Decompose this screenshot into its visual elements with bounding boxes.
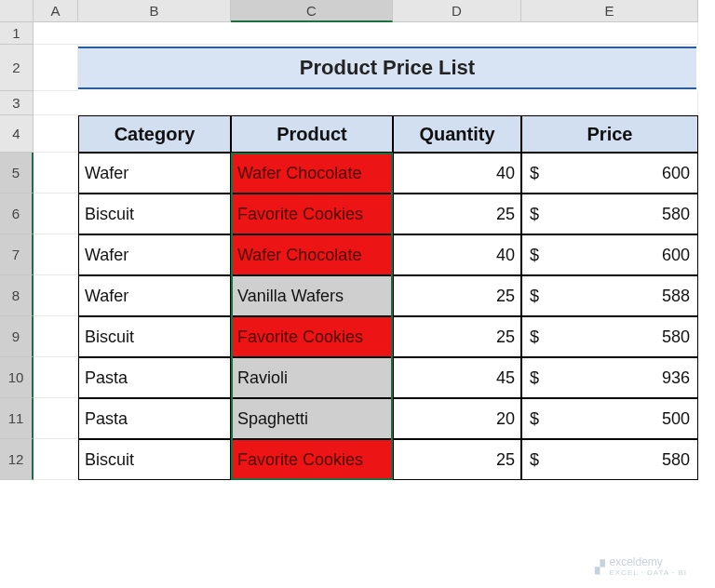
select-all-corner[interactable] xyxy=(0,0,34,22)
col-header-D[interactable]: D xyxy=(393,0,521,22)
row-header-1[interactable]: 1 xyxy=(0,22,34,45)
header-category[interactable]: Category xyxy=(78,115,231,153)
row-header-9[interactable]: 9 xyxy=(0,316,34,357)
currency-symbol: $ xyxy=(528,409,539,429)
row-header-12[interactable]: 12 xyxy=(0,439,34,480)
col-header-E[interactable]: E xyxy=(521,0,698,22)
cell-product[interactable]: Favorite Cookies xyxy=(231,439,393,480)
cell-category[interactable]: Biscuit xyxy=(78,194,231,234)
cell-category[interactable]: Pasta xyxy=(78,357,231,398)
watermark-brand: exceldemy xyxy=(609,555,662,568)
cell-quantity[interactable]: 25 xyxy=(393,439,521,480)
cell-product[interactable]: Wafer Chocolate xyxy=(231,153,393,194)
row-header-11[interactable]: 11 xyxy=(0,398,34,439)
cell[interactable] xyxy=(34,22,698,45)
cell-price[interactable]: $580 xyxy=(521,194,698,234)
row-header-2[interactable]: 2 xyxy=(0,45,34,91)
row-header-5[interactable]: 5 xyxy=(0,153,34,194)
cell-quantity[interactable]: 45 xyxy=(393,357,521,398)
spreadsheet-grid: A B C D E 1 2 Product Price List 3 4 Cat… xyxy=(0,0,715,480)
cell-product[interactable]: Ravioli xyxy=(231,357,393,398)
cell[interactable] xyxy=(34,45,78,91)
cell-price[interactable]: $936 xyxy=(521,357,698,398)
row-header-6[interactable]: 6 xyxy=(0,194,34,234)
cell-quantity[interactable]: 25 xyxy=(393,316,521,357)
cell-product[interactable]: Favorite Cookies xyxy=(231,316,393,357)
cell[interactable] xyxy=(34,316,78,357)
cell[interactable] xyxy=(34,398,78,439)
cell-product[interactable]: Favorite Cookies xyxy=(231,194,393,234)
price-value: 600 xyxy=(662,246,692,265)
col-header-A[interactable]: A xyxy=(34,0,78,22)
col-header-B[interactable]: B xyxy=(78,0,231,22)
row-header-8[interactable]: 8 xyxy=(0,275,34,316)
cell-quantity[interactable]: 20 xyxy=(393,398,521,439)
currency-symbol: $ xyxy=(528,164,539,183)
currency-symbol: $ xyxy=(528,327,539,347)
cell-quantity[interactable]: 40 xyxy=(393,234,521,275)
currency-symbol: $ xyxy=(528,205,539,224)
cell[interactable] xyxy=(34,234,78,275)
cell[interactable] xyxy=(34,275,78,316)
header-product[interactable]: Product xyxy=(231,115,393,153)
cell-price[interactable]: $580 xyxy=(521,316,698,357)
cell-price[interactable]: $500 xyxy=(521,398,698,439)
cell-price[interactable]: $580 xyxy=(521,439,698,480)
cell-price[interactable]: $600 xyxy=(521,153,698,194)
cell-price[interactable]: $600 xyxy=(521,234,698,275)
row-header-10[interactable]: 10 xyxy=(0,357,34,398)
cell[interactable] xyxy=(34,439,78,480)
col-header-C[interactable]: C xyxy=(231,0,393,22)
currency-symbol: $ xyxy=(528,450,539,470)
cell-quantity[interactable]: 25 xyxy=(393,194,521,234)
price-value: 580 xyxy=(662,450,692,470)
cell[interactable] xyxy=(34,115,78,153)
cell-category[interactable]: Biscuit xyxy=(78,439,231,480)
cell[interactable] xyxy=(34,153,78,194)
cell-product[interactable]: Spaghetti xyxy=(231,398,393,439)
cell-category[interactable]: Wafer xyxy=(78,275,231,316)
chart-icon: ▞ xyxy=(595,559,605,574)
cell[interactable] xyxy=(34,357,78,398)
price-value: 600 xyxy=(662,164,692,183)
row-header-4[interactable]: 4 xyxy=(0,115,34,153)
price-value: 580 xyxy=(662,327,692,347)
currency-symbol: $ xyxy=(528,368,539,388)
cell[interactable] xyxy=(34,91,698,115)
cell-quantity[interactable]: 40 xyxy=(393,153,521,194)
currency-symbol: $ xyxy=(528,246,539,265)
row-header-7[interactable]: 7 xyxy=(0,234,34,275)
cell[interactable] xyxy=(34,194,78,234)
cell-category[interactable]: Wafer xyxy=(78,234,231,275)
watermark: ▞ exceldemy EXCEL · DATA · BI xyxy=(595,555,687,577)
cell-category[interactable]: Biscuit xyxy=(78,316,231,357)
row-header-3[interactable]: 3 xyxy=(0,91,34,115)
cell-product[interactable]: Vanilla Wafers xyxy=(231,275,393,316)
currency-symbol: $ xyxy=(528,287,539,306)
price-value: 500 xyxy=(662,409,692,429)
price-value: 588 xyxy=(662,287,692,306)
header-quantity[interactable]: Quantity xyxy=(393,115,521,153)
cell-price[interactable]: $588 xyxy=(521,275,698,316)
cell-category[interactable]: Pasta xyxy=(78,398,231,439)
header-price[interactable]: Price xyxy=(521,115,698,153)
price-value: 936 xyxy=(662,368,692,388)
cell-category[interactable]: Wafer xyxy=(78,153,231,194)
title-band[interactable]: Product Price List xyxy=(78,47,696,89)
cell-product[interactable]: Wafer Chocolate xyxy=(231,234,393,275)
cell-quantity[interactable]: 25 xyxy=(393,275,521,316)
watermark-sub: EXCEL · DATA · BI xyxy=(609,568,687,577)
price-value: 580 xyxy=(662,205,692,224)
